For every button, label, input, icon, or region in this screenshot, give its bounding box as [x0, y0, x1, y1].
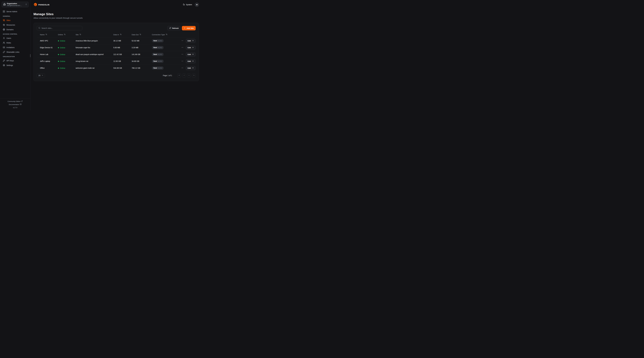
org-selector[interactable]: Organization milo@fossorial.io's ...	[2, 2, 28, 7]
row-actions-cell: Edit	[182, 58, 196, 65]
org-selector-label: Organization	[7, 2, 24, 5]
avatar[interactable]: M	[195, 3, 199, 7]
data-in-value: 5.00 MB	[113, 46, 120, 49]
edit-button[interactable]: Edit	[186, 66, 196, 70]
online-status-dot	[58, 40, 59, 41]
sites-card: Refresh Add Site Name	[34, 23, 199, 81]
connection-badge: Newt v1.3.2	[152, 59, 164, 63]
row-menu-button[interactable]	[181, 59, 184, 63]
sidebar-item-sites[interactable]: Sites	[2, 19, 28, 22]
data-out-cell: 780.12 GB	[132, 65, 152, 71]
sidebar-item-server-admin[interactable]: Server Admin	[2, 10, 28, 13]
site-id-cell: vivacious-little-blue-penguin	[76, 37, 113, 44]
sidebar-resize-handle[interactable]	[30, 54, 30, 57]
sidebar-item-label: Roles	[6, 42, 11, 44]
chevron-right-icon	[188, 74, 190, 76]
sidebar-item-domains[interactable]: Domains	[2, 28, 28, 31]
documentation-link[interactable]: Documentation	[9, 104, 22, 106]
column-header-online[interactable]: Online	[58, 33, 66, 36]
edit-button[interactable]: Edit	[186, 46, 196, 50]
data-out-cell: 141.68 GB	[132, 51, 152, 58]
sidebar-item-resources[interactable]: Resources	[2, 23, 28, 26]
community-edition-label: Community Edition	[8, 101, 20, 102]
app-version: v1.7.0	[1, 107, 29, 109]
card-footer: 20 Page 1 of 1	[37, 73, 196, 78]
connection-version: v1.3.2	[158, 40, 162, 42]
online-cell: Online	[58, 58, 76, 65]
row-menu-button[interactable]	[181, 46, 184, 49]
sidebar-item-label: API Keys	[6, 60, 14, 62]
data-in-cell: 30.12 MB	[113, 37, 132, 44]
page-size-select[interactable]: 20	[37, 73, 45, 78]
online-cell: Online	[58, 65, 76, 71]
site-name: Edge Device 01	[40, 46, 53, 49]
row-menu-button[interactable]	[181, 66, 184, 70]
sidebar-item-settings[interactable]: Settings	[2, 64, 28, 67]
community-edition-link[interactable]: Community Edition	[8, 100, 23, 102]
sidebar-item-roles[interactable]: Roles	[2, 41, 28, 44]
sidebar-nav: Server Admin GENERAL Sites	[0, 7, 30, 68]
table-row: Edge Device 01 Online fortunate-cape-fox…	[37, 44, 196, 51]
column-header-site[interactable]: Site	[76, 33, 81, 36]
first-page-button[interactable]	[177, 73, 181, 78]
chevrons-up-down-icon	[25, 3, 27, 6]
theme-toggle[interactable]: System	[183, 3, 192, 6]
add-site-button[interactable]: Add Site	[182, 26, 196, 30]
row-actions-cell: Edit	[182, 51, 196, 58]
site-name: AWS VPC	[40, 40, 48, 42]
ellipsis-icon	[181, 60, 184, 62]
row-menu-button[interactable]	[181, 39, 184, 42]
sidebar-item-label: Domains	[6, 28, 14, 31]
data-out-value: 52.02 MB	[132, 40, 139, 42]
sidebar-item-label: Server Admin	[6, 10, 17, 12]
section-label-access-control: ACCESS CONTROL	[3, 33, 28, 35]
ellipsis-icon	[181, 67, 184, 69]
online-status-dot	[58, 47, 59, 48]
main-content: PANGOLIN System M Manage Sites Allow con…	[30, 0, 202, 111]
building-icon	[3, 3, 6, 6]
site-id-cell: welcome-giant-mole-rat	[76, 65, 113, 71]
user-icon	[3, 37, 5, 39]
pangolin-logo-icon	[34, 2, 37, 7]
sort-icon	[64, 33, 66, 36]
connection-type: Newt	[154, 67, 157, 69]
edit-button[interactable]: Edit	[186, 52, 196, 56]
next-page-button[interactable]	[187, 73, 191, 78]
sidebar-item-invitations[interactable]: Invitations	[2, 46, 28, 49]
online-status-dot	[58, 61, 59, 62]
online-cell: Online	[58, 44, 76, 51]
connection-type-cell: Newt v1.3.2	[152, 37, 182, 44]
sidebar-item-shareable-links[interactable]: Shareable Links	[2, 50, 28, 54]
section-label-organization: ORGANIZATION	[3, 56, 28, 57]
chevron-down-icon	[42, 74, 43, 76]
page-subtitle: Allow connectivity to your network throu…	[34, 17, 199, 19]
connection-version: v1.3.2	[158, 67, 162, 69]
column-header-data-in[interactable]: Data In	[113, 33, 122, 36]
refresh-button[interactable]: Refresh	[168, 26, 180, 30]
globe-icon	[3, 28, 5, 31]
column-header-name[interactable]: Name	[40, 33, 47, 36]
column-header-connection-type[interactable]: Connection Type	[152, 33, 168, 36]
connection-badge: Newt v1.3.2	[152, 46, 164, 49]
site-name: Office	[40, 67, 44, 69]
sidebar-item-api-keys[interactable]: API Keys	[2, 59, 28, 62]
search-input[interactable]	[42, 27, 81, 29]
last-page-button[interactable]	[192, 73, 196, 78]
column-label: Connection Type	[152, 34, 165, 36]
data-out-cell: 3.20 MB	[132, 44, 152, 51]
sidebar-item-users[interactable]: Users	[2, 36, 28, 40]
edit-button[interactable]: Edit	[186, 39, 196, 43]
ticket-check-icon	[3, 46, 5, 48]
pager: Page 1 of 1	[163, 73, 196, 78]
edit-label: Edit	[188, 47, 191, 49]
column-label: Data Out	[132, 34, 138, 36]
refresh-label: Refresh	[172, 27, 179, 29]
edit-button[interactable]: Edit	[186, 59, 196, 63]
data-in-value: 534.98 GB	[113, 67, 122, 69]
data-in-value: 112.42 GB	[113, 53, 122, 55]
connection-version: v1.3.2	[158, 60, 162, 62]
prev-page-button[interactable]	[182, 73, 186, 78]
row-menu-button[interactable]	[181, 53, 184, 56]
connection-badge: Newt v1.3.2	[152, 66, 164, 70]
column-header-data-out[interactable]: Data Out	[132, 33, 141, 36]
